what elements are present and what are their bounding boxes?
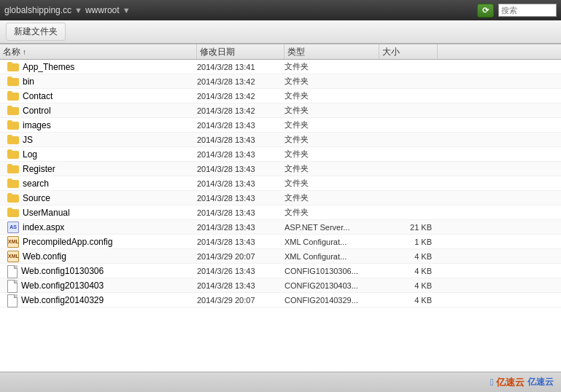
folder-icon [7, 193, 19, 203]
file-type-cell: 文件夹 [285, 149, 379, 160]
file-type-cell: 文件夹 [285, 90, 379, 101]
table-row[interactable]: Log 2014/3/28 13:43 文件夹 [0, 147, 561, 162]
file-name-cell: Web.config20140329 [0, 294, 197, 306]
table-row[interactable]: Source 2014/3/28 13:43 文件夹 [0, 191, 561, 205]
table-row[interactable]: Control 2014/3/28 13:42 文件夹 [0, 103, 561, 118]
table-row[interactable]: Web.config10130306 2014/3/26 13:43 CONFI… [0, 264, 561, 278]
subpath[interactable]: wwwroot [85, 5, 120, 15]
file-name-label: JS [23, 135, 33, 145]
file-name-label: Log [23, 149, 37, 160]
file-type-cell: 文件夹 [285, 178, 379, 189]
file-list: App_Themes 2014/3/28 13:41 文件夹 bin 2014/… [0, 60, 561, 372]
table-row[interactable]: UserManual 2014/3/28 13:43 文件夹 [0, 205, 561, 220]
file-date-cell: 2014/3/28 13:42 [197, 77, 285, 86]
table-row[interactable]: JS 2014/3/28 13:43 文件夹 [0, 133, 561, 147]
file-name-cell: Web.config20130403 [0, 280, 197, 291]
top-bar-path-area: globalshipping.cc ▼ wwwroot ▼ [4, 5, 131, 15]
file-name-label: Web.config10130306 [21, 266, 104, 276]
file-name-cell: Log [0, 149, 197, 160]
file-date-cell: 2014/3/28 13:43 [197, 223, 285, 232]
file-type-cell: CONFIG20140329... [285, 296, 379, 305]
file-name-label: images [23, 120, 51, 130]
file-date-cell: 2014/3/28 13:42 [197, 92, 285, 101]
table-header: 名称 ↑ 修改日期 类型 大小 [0, 44, 561, 60]
file-name-label: PrecompiledApp.config [23, 237, 112, 247]
search-input[interactable] [498, 4, 557, 17]
toolbar: 新建文件夹 [0, 20, 561, 44]
table-row[interactable]: search 2014/3/28 13:43 文件夹 [0, 176, 561, 191]
file-date-cell: 2014/3/26 13:43 [197, 267, 285, 275]
new-folder-button[interactable]: 新建文件夹 [6, 23, 66, 41]
col-header-type[interactable]: 类型 [285, 44, 379, 59]
table-row[interactable]: Contact 2014/3/28 13:42 文件夹 [0, 89, 561, 103]
table-row[interactable]: App_Themes 2014/3/28 13:41 文件夹 [0, 60, 561, 74]
file-date-cell: 2014/3/28 13:43 [197, 136, 285, 144]
brand-text: 亿速云 [527, 376, 554, 388]
file-name-cell: AS index.aspx [0, 222, 197, 233]
file-size-cell: 1 KB [379, 238, 438, 246]
folder-icon [7, 149, 19, 159]
file-date-cell: 2014/3/28 13:43 [197, 150, 285, 159]
file-date-cell: 2014/3/28 13:43 [197, 281, 285, 290]
file-name-cell: images [0, 120, 197, 130]
file-type-cell: XML Configurat... [285, 238, 379, 246]
file-type-cell: ASP.NET Server... [285, 223, 379, 232]
xml-icon: XML [7, 236, 19, 248]
file-name-label: Contact [23, 91, 53, 101]
file-type-cell: CONFIG10130306... [285, 267, 379, 275]
table-row[interactable]: Register 2014/3/28 13:43 文件夹 [0, 162, 561, 176]
file-name-label: index.aspx [23, 222, 64, 232]
file-type-cell: 文件夹 [285, 76, 379, 87]
file-date-cell: 2014/3/28 13:43 [197, 208, 285, 217]
folder-icon [7, 106, 19, 115]
status-bar:  亿速云 亿速云 [0, 372, 561, 392]
file-type-cell: 文件夹 [285, 61, 379, 72]
brand-logo:  亿速云 [490, 376, 525, 389]
file-type-cell: 文件夹 [285, 105, 379, 116]
file-name-cell: XML Web.config [0, 251, 197, 262]
file-date-cell: 2014/3/28 13:41 [197, 63, 285, 71]
subpath-dropdown-arrow[interactable]: ▼ [123, 6, 131, 15]
path-dropdown-arrow[interactable]: ▼ [74, 6, 82, 15]
table-row[interactable]: bin 2014/3/28 13:42 文件夹 [0, 74, 561, 89]
file-name-cell: Source [0, 193, 197, 203]
file-date-cell: 2014/3/28 13:43 [197, 238, 285, 246]
table-row[interactable]: XML PrecompiledApp.config 2014/3/28 13:4… [0, 235, 561, 249]
folder-icon [7, 77, 19, 86]
folder-icon [7, 208, 19, 217]
table-row[interactable]: Web.config20140329 2014/3/29 20:07 CONFI… [0, 293, 561, 307]
col-header-date[interactable]: 修改日期 [197, 44, 285, 59]
file-size-cell: 4 KB [379, 281, 438, 290]
folder-icon [7, 164, 19, 173]
file-name-cell: XML PrecompiledApp.config [0, 236, 197, 248]
file-name-cell: JS [0, 135, 197, 145]
folder-icon [7, 135, 19, 144]
file-name-cell: Register [0, 164, 197, 174]
file-name-label: App_Themes [23, 62, 74, 72]
server-path[interactable]: globalshipping.cc [4, 5, 71, 15]
file-icon [7, 294, 18, 306]
file-type-cell: 文件夹 [285, 163, 379, 174]
table-row[interactable]: AS index.aspx 2014/3/28 13:43 ASP.NET Se… [0, 220, 561, 235]
table-row[interactable]: images 2014/3/28 13:43 文件夹 [0, 118, 561, 133]
col-header-size[interactable]: 大小 [379, 44, 438, 59]
file-name-label: Web.config [23, 251, 66, 262]
main-content: 新建文件夹 名称 ↑ 修改日期 类型 大小 App_Themes 2014/3/… [0, 20, 561, 372]
file-name-cell: UserManual [0, 208, 197, 218]
aspx-icon: AS [7, 222, 19, 233]
file-icon [7, 280, 18, 291]
table-row[interactable]: Web.config20130403 2014/3/28 13:43 CONFI… [0, 278, 561, 293]
file-name-label: search [23, 179, 49, 189]
file-size-cell: 4 KB [379, 252, 438, 261]
file-size-cell: 4 KB [379, 296, 438, 305]
col-header-name[interactable]: 名称 ↑ [0, 44, 197, 59]
file-date-cell: 2014/3/29 20:07 [197, 252, 285, 261]
top-bar: globalshipping.cc ▼ wwwroot ▼ ⟳ [0, 0, 561, 20]
table-row[interactable]: XML Web.config 2014/3/29 20:07 XML Confi… [0, 249, 561, 264]
file-type-cell: 文件夹 [285, 207, 379, 218]
file-type-cell: 文件夹 [285, 192, 379, 203]
refresh-button[interactable]: ⟳ [477, 4, 494, 17]
file-name-cell: App_Themes [0, 62, 197, 72]
file-name-cell: Web.config10130306 [0, 265, 197, 277]
file-name-label: Source [23, 193, 50, 203]
